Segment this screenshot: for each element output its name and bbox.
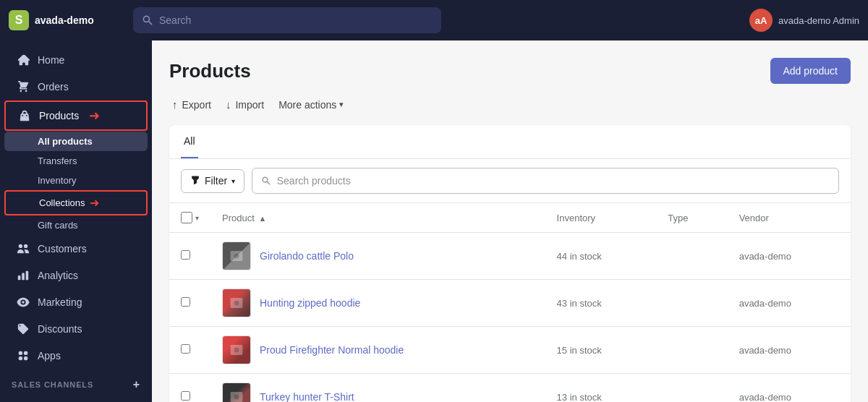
product-cell: Hunting zipped hoodie xyxy=(210,280,545,327)
product-search-bar[interactable] xyxy=(252,168,839,194)
product-name-link[interactable]: Turkey hunter T-Shirt xyxy=(260,391,354,402)
inventory-cell: 13 in stock xyxy=(545,374,657,403)
page-title: Products xyxy=(169,60,251,82)
import-icon: ↓ xyxy=(226,98,231,111)
main-content: Products Add product ↑ Export ↓ Import M… xyxy=(152,40,868,402)
sidebar: Home Orders Products ➜ All prod xyxy=(0,40,152,402)
sidebar-item-label: Apps xyxy=(38,350,61,362)
add-product-button[interactable]: Add product xyxy=(770,58,851,84)
analytics-icon xyxy=(16,268,30,283)
type-column-header: Type xyxy=(656,203,727,233)
product-search-input[interactable] xyxy=(277,175,830,187)
sidebar-item-analytics[interactable]: Analytics xyxy=(4,262,148,288)
inventory-cell: 15 in stock xyxy=(545,327,657,374)
filter-chevron-icon: ▾ xyxy=(231,177,235,185)
product-name-link[interactable]: Girolando cattle Polo xyxy=(260,250,354,262)
inventory-cell: 44 in stock xyxy=(545,233,657,280)
products-submenu: All products Transfers Inventory Collect… xyxy=(4,132,148,235)
sidebar-item-apps[interactable]: Apps xyxy=(4,343,148,369)
row-checkbox-cell xyxy=(169,327,210,374)
brand[interactable]: S avada-demo xyxy=(9,10,124,30)
product-cell: Turkey hunter T-Shirt xyxy=(210,374,545,403)
discounts-icon xyxy=(16,322,30,336)
select-all-header: ▾ xyxy=(169,203,210,233)
vendor-cell: avada-demo xyxy=(728,327,851,374)
more-actions-button[interactable]: More actions ▾ xyxy=(276,96,346,114)
search-products-icon xyxy=(261,176,271,186)
select-all-checkbox[interactable] xyxy=(181,212,192,223)
user-info[interactable]: aA avada-demo Admin xyxy=(749,9,859,32)
table-row: Girolando cattle Polo 44 in stock avada-… xyxy=(169,233,851,280)
product-name-link[interactable]: Hunting zipped hoodie xyxy=(260,297,360,309)
products-icon xyxy=(17,108,32,123)
type-cell xyxy=(656,280,727,327)
customers-icon xyxy=(16,241,30,256)
sidebar-item-marketing[interactable]: Marketing xyxy=(4,289,148,315)
sidebar-item-customers[interactable]: Customers xyxy=(4,236,148,262)
search-icon xyxy=(142,14,153,26)
inventory-cell: 43 in stock xyxy=(545,280,657,327)
search-input[interactable] xyxy=(159,14,433,26)
tab-all[interactable]: All xyxy=(181,125,198,158)
sidebar-item-label: Marketing xyxy=(38,296,82,308)
inventory-column-header: Inventory xyxy=(545,203,657,233)
row-checkbox[interactable] xyxy=(181,250,190,260)
sidebar-item-label: Customers xyxy=(38,243,87,255)
toolbar: ↑ Export ↓ Import More actions ▾ xyxy=(169,95,851,114)
product-thumbnail xyxy=(222,335,251,364)
sidebar-item-label: Analytics xyxy=(38,270,78,281)
apps-icon xyxy=(16,348,30,363)
row-checkbox[interactable] xyxy=(181,391,190,401)
svg-point-5 xyxy=(234,348,239,353)
sort-asc-icon[interactable]: ▲ xyxy=(258,214,266,223)
svg-point-7 xyxy=(234,395,239,400)
user-name: avada-demo Admin xyxy=(778,15,859,26)
search-bar[interactable] xyxy=(133,7,441,33)
import-button[interactable]: ↓ Import xyxy=(223,95,267,114)
sidebar-item-all-products[interactable]: All products xyxy=(4,132,148,151)
product-cell: Girolando cattle Polo xyxy=(210,233,545,280)
row-checkbox[interactable] xyxy=(181,297,190,307)
marketing-icon xyxy=(16,295,30,309)
sidebar-item-home[interactable]: Home xyxy=(4,47,148,73)
product-cell: Proud Firefighter Normal hoodie xyxy=(210,327,545,374)
type-cell xyxy=(656,327,727,374)
row-checkbox-cell xyxy=(169,280,210,327)
sidebar-item-gift-cards[interactable]: Gift cards xyxy=(4,215,148,235)
filter-button[interactable]: Filter ▾ xyxy=(181,169,244,193)
shopify-logo: S xyxy=(9,10,29,30)
home-icon xyxy=(16,53,30,67)
sidebar-item-collections[interactable]: Collections ➜ xyxy=(4,190,148,215)
row-checkbox[interactable] xyxy=(181,344,190,354)
store-name: avada-demo xyxy=(35,14,94,26)
top-nav: S avada-demo aA avada-demo Admin xyxy=(0,0,868,40)
sidebar-item-online-store[interactable]: Online Store ⚙ xyxy=(4,395,148,402)
sidebar-item-transfers[interactable]: Transfers xyxy=(4,151,148,171)
table-row: Proud Firefighter Normal hoodie 15 in st… xyxy=(169,327,851,374)
arrow-right-collections-icon: ➜ xyxy=(90,196,99,210)
export-icon: ↑ xyxy=(172,98,178,111)
add-sales-channel-icon[interactable]: + xyxy=(133,378,140,391)
filter-icon xyxy=(190,175,200,187)
product-name-link[interactable]: Proud Firefighter Normal hoodie xyxy=(260,344,404,356)
product-thumbnail xyxy=(222,241,251,270)
products-card: All Filter ▾ xyxy=(169,125,851,402)
sidebar-item-label: Products xyxy=(39,110,79,121)
row-checkbox-cell xyxy=(169,233,210,280)
vendor-cell: avada-demo xyxy=(728,280,851,327)
vendor-cell: avada-demo xyxy=(728,374,851,403)
svg-point-3 xyxy=(234,301,239,306)
app-wrapper: S avada-demo aA avada-demo Admin xyxy=(0,0,868,402)
sidebar-item-orders[interactable]: Orders xyxy=(4,74,148,100)
arrow-right-icon: ➜ xyxy=(89,108,100,124)
sidebar-item-discounts[interactable]: Discounts xyxy=(4,316,148,342)
export-button[interactable]: ↑ Export xyxy=(169,95,214,114)
checkbox-chevron-icon[interactable]: ▾ xyxy=(195,214,199,222)
sidebar-item-inventory[interactable]: Inventory xyxy=(4,171,148,190)
sidebar-item-label: Home xyxy=(38,54,64,66)
sidebar-item-label: Orders xyxy=(38,81,69,93)
product-thumbnail xyxy=(222,382,251,402)
products-table: ▾ Product ▲ Inventory Type Vendor xyxy=(169,203,851,402)
page-header: Products Add product xyxy=(169,58,851,84)
sidebar-item-products[interactable]: Products ➜ xyxy=(4,100,148,131)
